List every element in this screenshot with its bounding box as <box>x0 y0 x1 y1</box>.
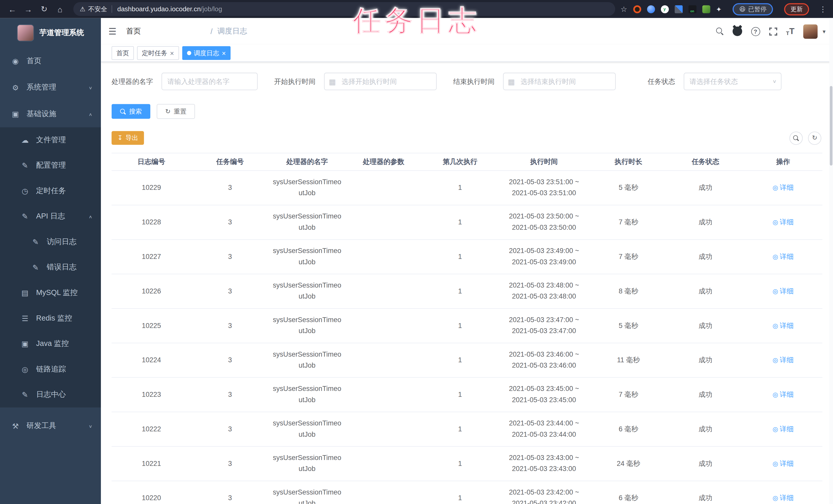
sidebar-item-label: MySQL 监控 <box>36 288 78 298</box>
paused-badge[interactable]: 😆 已暂停 <box>733 3 773 15</box>
task-status-select[interactable] <box>684 73 782 90</box>
toggle-search-button[interactable] <box>789 131 803 145</box>
extension-grid-icon[interactable] <box>674 5 683 13</box>
browser-forward-icon[interactable]: → <box>22 3 34 15</box>
sidebar-item-access-log[interactable]: ✎ 访问日志 <box>0 229 101 255</box>
sidebar-item-java[interactable]: ▣ Java 监控 <box>0 331 101 357</box>
paused-label: 已暂停 <box>748 5 767 13</box>
cell-exec-time: 2021-05-03 23:44:00 ~ 2021-05-03 23:44:0… <box>498 418 590 440</box>
page-scrollbar[interactable] <box>829 18 833 504</box>
tab-job-log-active[interactable]: 调度日志 × <box>182 46 231 60</box>
sidebar-item-trace[interactable]: ◎ 链路追踪 <box>0 357 101 382</box>
detail-link[interactable]: ◎ 详细 <box>772 493 793 504</box>
cell-duration: 7 毫秒 <box>590 251 667 262</box>
extensions-puzzle-icon[interactable]: ✦ <box>716 5 722 13</box>
cell-duration: 8 毫秒 <box>590 286 667 297</box>
tab-home[interactable]: 首页 <box>112 46 134 60</box>
search-icon[interactable] <box>716 28 723 35</box>
github-icon[interactable] <box>732 27 742 36</box>
task-status-label: 任务状态 <box>648 77 675 86</box>
browser-back-icon[interactable]: ← <box>6 3 18 15</box>
sidebar-item-api-log[interactable]: ✎ API 日志 ∧ <box>0 204 101 229</box>
extension-on-icon[interactable]: on <box>688 5 696 13</box>
timer-icon: ◷ <box>20 187 30 195</box>
detail-link[interactable]: ◎ 详细 <box>772 286 793 297</box>
sidebar-item-config[interactable]: ✎ 配置管理 <box>0 153 101 178</box>
caret-down-icon[interactable]: ▾ <box>823 28 825 35</box>
cell-index: 1 <box>422 458 498 469</box>
insecure-warning-icon: ⚠ <box>80 5 85 13</box>
annotation-task-log: 任务日志 <box>353 2 480 40</box>
detail-link[interactable]: ◎ 详细 <box>772 389 793 400</box>
sidebar-item-error-log[interactable]: ✎ 错误日志 <box>0 255 101 280</box>
eye-icon: ◎ <box>772 321 778 331</box>
app-title: 芋道管理系统 <box>40 28 84 37</box>
sidebar-item-home[interactable]: ◉ 首页 <box>0 48 101 74</box>
eye-icon: ◎ <box>772 355 778 366</box>
cell-handler: sysUserSessionTimeoutJob <box>269 211 346 233</box>
address-bar[interactable]: ⚠ 不安全 dashboard.yudao.iocoder.cn/job/log <box>73 2 615 16</box>
sidebar-item-job[interactable]: ◷ 定时任务 <box>0 178 101 204</box>
browser-menu-kebab-icon[interactable]: ⋮ <box>819 5 827 13</box>
sidebar-item-log-center[interactable]: ✎ 日志中心 <box>0 382 101 407</box>
eye-icon: ◎ <box>772 217 778 227</box>
cell-handler: sysUserSessionTimeoutJob <box>269 487 346 504</box>
sidebar-item-label: Redis 监控 <box>36 314 72 323</box>
sidebar-item-system[interactable]: ⚙ 系统管理 ∨ <box>0 74 101 101</box>
reset-button[interactable]: ↻ 重置 <box>157 104 195 119</box>
extension-green-icon[interactable] <box>702 5 710 13</box>
browser-extensions-area: ☆ y on ✦ 😆 已暂停 更新 ⋮ <box>620 3 827 15</box>
cell-status: 成功 <box>667 493 744 504</box>
hamburger-icon[interactable]: ☰ <box>108 26 117 37</box>
extension-orange-icon[interactable] <box>633 5 641 13</box>
browser-home-icon[interactable]: ⌂ <box>54 3 66 15</box>
start-time-input[interactable] <box>324 73 437 90</box>
detail-link[interactable]: ◎ 详细 <box>772 424 793 435</box>
sidebar-item-redis[interactable]: ☰ Redis 监控 <box>0 305 101 331</box>
handler-name-label: 处理器的名字 <box>112 77 153 86</box>
cell-status: 成功 <box>667 286 744 297</box>
extension-blue-icon[interactable] <box>647 5 655 13</box>
sidebar-item-label: 链路追踪 <box>36 364 66 374</box>
font-size-icon[interactable]: TT <box>786 27 794 36</box>
fullscreen-icon[interactable] <box>769 27 777 35</box>
user-avatar[interactable] <box>804 24 818 39</box>
cell-index: 1 <box>422 286 498 297</box>
sidebar-item-file[interactable]: ☁ 文件管理 <box>0 127 101 153</box>
breadcrumb-home[interactable]: 首页 <box>126 27 206 36</box>
detail-link[interactable]: ◎ 详细 <box>772 458 793 469</box>
browser-reload-icon[interactable]: ↻ <box>38 3 50 15</box>
docs-question-icon[interactable]: ? <box>751 27 760 36</box>
detail-link[interactable]: ◎ 详细 <box>772 217 793 228</box>
cell-index: 1 <box>422 217 498 228</box>
export-button[interactable]: ↧ 导出 <box>112 131 144 145</box>
column-header: 任务状态 <box>667 156 744 167</box>
refresh-icon: ↻ <box>812 134 817 142</box>
cloud-upload-icon: ☁ <box>20 136 30 144</box>
close-icon[interactable]: × <box>222 50 226 56</box>
detail-link[interactable]: ◎ 详细 <box>772 355 793 366</box>
scrollbar-thumb[interactable] <box>830 86 832 166</box>
cell-status: 成功 <box>667 355 744 366</box>
search-button[interactable]: 搜索 <box>112 104 150 119</box>
tab-scheduled-jobs[interactable]: 定时任务 × <box>137 46 179 60</box>
sidebar-item-devtools[interactable]: ⚒ 研发工具 ∨ <box>0 413 101 439</box>
end-time-input[interactable] <box>503 73 616 90</box>
refresh-table-button[interactable]: ↻ <box>808 131 821 145</box>
handler-name-input[interactable] <box>162 73 258 90</box>
detail-link[interactable]: ◎ 详细 <box>772 320 793 331</box>
detail-link[interactable]: ◎ 详细 <box>772 251 793 262</box>
sidebar-item-infra[interactable]: ▣ 基础设施 ∧ <box>0 101 101 127</box>
eye-icon: ◎ <box>772 459 778 469</box>
detail-link[interactable]: ◎ 详细 <box>772 182 793 194</box>
filter-start-time: 开始执行时间 ▦ <box>274 73 436 90</box>
sidebar-item-label: 日志中心 <box>36 390 66 399</box>
sidebar-logo-row[interactable]: 芋道管理系统 <box>0 18 101 48</box>
update-button[interactable]: 更新 <box>784 3 809 15</box>
close-icon[interactable]: × <box>170 50 174 56</box>
cell-action: ◎ 详细 <box>744 424 822 435</box>
extension-y-icon[interactable]: y <box>661 5 669 13</box>
bookmark-star-icon[interactable]: ☆ <box>620 5 627 13</box>
sidebar-item-mysql[interactable]: ▤ MySQL 监控 <box>0 280 101 306</box>
sidebar-item-label: 首页 <box>27 56 42 66</box>
